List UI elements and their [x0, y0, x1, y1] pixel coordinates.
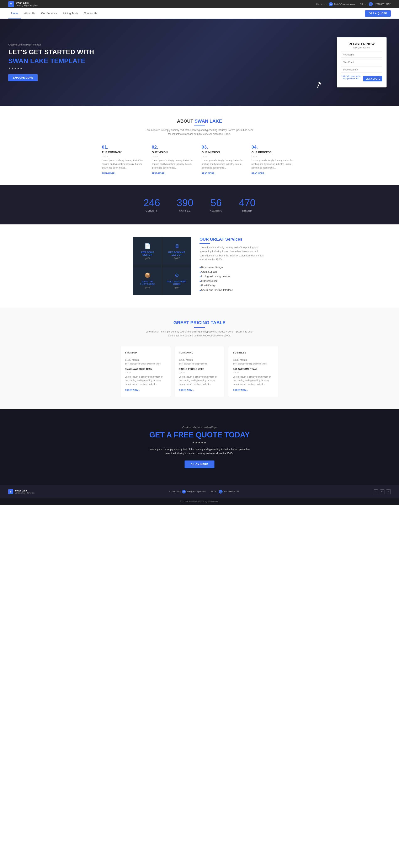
register-sub: Take your free trial: [341, 46, 382, 49]
social-twitter-icon[interactable]: t: [386, 489, 391, 494]
nav-home[interactable]: Home: [8, 8, 22, 19]
contact-email-block: Contact Us : ✉ Mail@Example.com: [316, 2, 355, 6]
footer-email-contact: Contact Us : ✉ Mail@Example.com: [170, 490, 206, 494]
order-link-personal[interactable]: ORDER NOW...: [179, 389, 194, 391]
service-feature-3: Look great on any devices: [200, 274, 266, 279]
pricing-desc-startup: Best package for small awesome team: [125, 363, 166, 365]
about-card-title-3: OUR MISSION: [202, 151, 247, 154]
about-read-more-3[interactable]: READ MORE...: [202, 172, 216, 175]
pricing-subtitle: Lorem ipsum is simply dummy text of the …: [146, 330, 253, 338]
order-link-business[interactable]: ORDER NOW...: [233, 389, 248, 391]
footer-email: Mail@Example.com: [187, 490, 206, 493]
about-card-4: 04. OUR PROCESS Lorem Lorem ipsum is sim…: [251, 145, 297, 175]
register-email-input[interactable]: [341, 59, 382, 65]
service-tile-title-3: EASY TO CUSTOMIZE: [137, 280, 158, 285]
hero-content: Creative Landing Page Template LET'S GET…: [8, 43, 94, 81]
explore-more-button[interactable]: EXPLORE MORE: [8, 74, 38, 81]
pricing-divider: [194, 327, 205, 328]
order-link-startup[interactable]: ORDER NOW...: [125, 389, 140, 391]
about-read-more-2[interactable]: READ MORE...: [152, 172, 166, 175]
service-tile-title-2: RESPONSIVE LAYOUT: [166, 251, 187, 256]
social-linkedin-icon[interactable]: in: [380, 489, 385, 494]
pricing-feature-sub-personal: Lorem: [179, 371, 220, 373]
pricing-plan-personal: PERSONAL: [179, 351, 220, 354]
service-tile-1[interactable]: 📄 AWESOME DESIGN fguifrif: [133, 237, 162, 266]
register-submit-button[interactable]: GET A QUOTE: [363, 76, 382, 81]
hero-section: Creative Landing Page Template LET'S GET…: [0, 19, 399, 106]
footer-phone-contact: Call Us : 📞 +201093515252: [210, 490, 239, 494]
pricing-feature-business: BIG AWESOME TEAM: [233, 368, 274, 370]
service-tile-title-1: AWESOME DESIGN: [137, 251, 158, 256]
easy-customize-icon: 📦: [137, 273, 158, 278]
service-tile-4[interactable]: ⚙ FULL SUPPORT WORK fguifrif: [162, 266, 191, 295]
service-tile-sub-3: fguifrif: [137, 286, 158, 289]
nav-contact[interactable]: Contact Us: [81, 8, 100, 19]
about-divider: [194, 125, 205, 126]
footer-email-icon: ✉: [182, 490, 186, 494]
service-tile-sub-4: fguifrif: [166, 286, 187, 289]
about-card-3: 03. OUR MISSION Lorem Lorem ipsum is sim…: [202, 145, 247, 175]
social-facebook-icon[interactable]: f: [374, 489, 378, 494]
footer-logo: S Swan Lake Landing Page Template: [8, 489, 34, 494]
footer-contact-label: Contact Us :: [170, 490, 181, 493]
stat-clients-num: 246: [144, 198, 160, 208]
top-bar-contacts: Contact Us : ✉ Mail@Example.com Call Us …: [316, 2, 391, 6]
nav-pricing[interactable]: Pricing Table: [60, 8, 81, 19]
hero-stars: ★★★★★: [8, 67, 94, 70]
service-feature-5: Fresh Design: [200, 283, 266, 288]
about-subtitle: Lorem Ipsum is simply dummy text of the …: [146, 128, 253, 136]
register-phone-input[interactable]: [341, 67, 382, 72]
about-card-1: 01. THE COMPANY Lorem Lorem ipsum is sim…: [102, 145, 148, 175]
footer-copy: 2017 © Ahmed Hamdy, All rights reserved.: [0, 498, 399, 505]
service-tile-2[interactable]: 🖥 RESPONSIVE LAYOUT fguifrif: [162, 237, 191, 266]
services-subtitle: Lorem ipsum is simply dummy text of the …: [200, 246, 266, 261]
pricing-feature-startup: SMALL AWESOME TEAM: [125, 368, 166, 370]
email-icon: ✉: [329, 2, 333, 6]
register-privacy: ℹ We will never share your personal info…: [341, 75, 362, 80]
nav-services[interactable]: Our Services: [38, 8, 60, 19]
about-section: ABOUT SWAN LAKE Lorem Ipsum is simply du…: [0, 106, 399, 185]
about-card-body-4: Lorem ipsum is simply dummy text of the …: [251, 159, 297, 169]
register-card: REGISTER NOW Take your free trial ℹ We w…: [337, 37, 387, 88]
about-read-more-1[interactable]: READ MORE...: [102, 172, 116, 175]
cta-text: Lorem ipsum is simply dummy text of the …: [148, 447, 251, 455]
logo-icon: S: [8, 1, 14, 7]
pricing-text-business: Lorem ipsum is simply dummy text of the …: [233, 375, 274, 386]
footer: S Swan Lake Landing Page Template Contac…: [0, 485, 399, 498]
register-name-input[interactable]: [341, 52, 382, 58]
register-bottom: ℹ We will never share your personal info…: [341, 75, 382, 83]
service-feature-4: Highest Speed: [200, 279, 266, 283]
contact-email: Mail@Example.com: [334, 3, 355, 5]
about-card-sub-4: Lorem: [251, 155, 297, 157]
about-title: ABOUT SWAN LAKE: [8, 119, 391, 124]
about-cards: 01. THE COMPANY Lorem Lorem ipsum is sim…: [8, 145, 391, 175]
services-section: 📄 AWESOME DESIGN fguifrif 🖥 RESPONSIVE L…: [0, 224, 399, 308]
phone-icon: 📞: [369, 2, 373, 6]
nav-about[interactable]: About Us: [22, 8, 38, 19]
footer-social: f in t: [374, 489, 391, 494]
pricing-feature-personal: SINGLE PEOPLE USER: [179, 368, 220, 370]
services-grid: 📄 AWESOME DESIGN fguifrif 🖥 RESPONSIVE L…: [133, 237, 191, 295]
footer-call-label: Call Us :: [210, 490, 218, 493]
about-read-more-4[interactable]: READ MORE...: [251, 172, 266, 175]
register-title: REGISTER NOW: [341, 42, 382, 46]
pricing-price-business: $325/ Month: [233, 355, 274, 362]
about-card-sub-3: Lorem: [202, 155, 247, 157]
pricing-text-personal: Lorem ipsum is simply dummy text of the …: [179, 375, 220, 386]
service-tile-title-4: FULL SUPPORT WORK: [166, 280, 187, 285]
hero-title-line2: SWAN LAKE TEMPLATE: [8, 57, 94, 65]
navbar-cta-button[interactable]: GET A QUOTE: [365, 10, 391, 17]
stat-clients-label: CLIENTS: [144, 210, 160, 212]
about-num-1: 01.: [102, 145, 148, 150]
contact-phone-block: Call Us : 📞 +201093515252: [360, 2, 391, 6]
footer-logo-icon: S: [8, 489, 13, 494]
about-card-sub-1: Lorem: [102, 155, 148, 157]
cta-section: Creative Unbounce Landing Page GET A FRE…: [0, 409, 399, 485]
responsive-layout-icon: 🖥: [166, 243, 187, 249]
service-tile-3[interactable]: 📦 EASY TO CUSTOMIZE fguifrif: [133, 266, 162, 295]
footer-logo-text: Swan Lake Landing Page Template: [15, 489, 34, 494]
cta-click-here-button[interactable]: CLICK HERE: [185, 461, 214, 468]
pricing-cards: STARTUP $125/ Month Best package for sma…: [8, 346, 391, 397]
about-card-body-2: Lorem ipsum is simply dummy text of the …: [152, 159, 197, 169]
stat-coffee-num: 390: [177, 198, 193, 208]
